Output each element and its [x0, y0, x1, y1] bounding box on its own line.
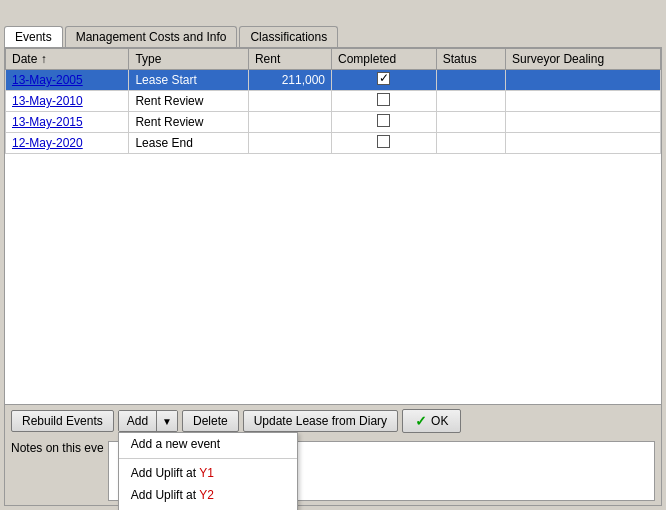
table-row[interactable]: 13-May-2010 Rent Review [6, 91, 661, 112]
cell-rent [248, 133, 331, 154]
checkbox-completed[interactable] [377, 93, 390, 106]
cell-type: Lease Start [129, 70, 248, 91]
update-lease-button[interactable]: Update Lease from Diary [243, 410, 398, 432]
col-surveyor[interactable]: Surveyor Dealing [506, 49, 661, 70]
dropdown-item-uplift-y3[interactable]: Add Uplift at Y3 [119, 506, 297, 510]
checkbox-completed[interactable] [377, 114, 390, 127]
cell-type: Lease End [129, 133, 248, 154]
main-container: Events Management Costs and Info Classif… [0, 0, 666, 510]
cell-rent: 211,000 [248, 70, 331, 91]
checkbox-completed[interactable] [377, 135, 390, 148]
tab-management-costs[interactable]: Management Costs and Info [65, 26, 238, 47]
y-highlight: Y2 [199, 488, 214, 502]
table-row[interactable]: 12-May-2020 Lease End [6, 133, 661, 154]
cell-rent [248, 91, 331, 112]
cell-status [436, 133, 505, 154]
dropdown-item-uplift-y1[interactable]: Add Uplift at Y1 [119, 462, 297, 484]
dropdown-item-new-event[interactable]: Add a new event [119, 433, 297, 455]
toolbar: Rebuild Events Add ▼ Add a new event Add… [5, 404, 661, 437]
tab-container: Events Management Costs and Info Classif… [4, 26, 662, 506]
cell-type: Rent Review [129, 112, 248, 133]
col-rent[interactable]: Rent [248, 49, 331, 70]
tab-content: Date ↑ Type Rent Completed Status Survey… [4, 47, 662, 506]
tabs: Events Management Costs and Info Classif… [4, 26, 662, 47]
cell-completed[interactable] [332, 70, 437, 91]
cell-completed[interactable] [332, 112, 437, 133]
cell-date: 13-May-2005 [6, 70, 129, 91]
dropdown-separator-1 [119, 458, 297, 459]
notes-label: Notes on this eve [11, 441, 104, 455]
col-completed[interactable]: Completed [332, 49, 437, 70]
add-dropdown-menu: Add a new event Add Uplift at Y1 Add Upl… [118, 432, 298, 510]
cell-status [436, 112, 505, 133]
events-table: Date ↑ Type Rent Completed Status Survey… [5, 48, 661, 154]
cell-status [436, 91, 505, 112]
tab-events[interactable]: Events [4, 26, 63, 47]
checkbox-completed[interactable] [377, 72, 390, 85]
cell-surveyor [506, 70, 661, 91]
col-date[interactable]: Date ↑ [6, 49, 129, 70]
dropdown-item-uplift-y2[interactable]: Add Uplift at Y2 [119, 484, 297, 506]
notes-area: Notes on this eve [5, 437, 661, 505]
cell-date: 13-May-2015 [6, 112, 129, 133]
cell-surveyor [506, 112, 661, 133]
cell-type: Rent Review [129, 91, 248, 112]
y-highlight: Y1 [199, 466, 214, 480]
ok-button[interactable]: ✓ OK [402, 409, 461, 433]
cell-date: 12-May-2020 [6, 133, 129, 154]
cell-completed[interactable] [332, 133, 437, 154]
add-button-main[interactable]: Add [119, 411, 157, 431]
col-type[interactable]: Type [129, 49, 248, 70]
cell-date: 13-May-2010 [6, 91, 129, 112]
cell-surveyor [506, 133, 661, 154]
cell-status [436, 70, 505, 91]
add-button-container: Add ▼ Add a new event Add Uplift at Y1 A… [118, 410, 178, 432]
cell-surveyor [506, 91, 661, 112]
top-bar [4, 4, 662, 24]
table-row[interactable]: 13-May-2005 Lease Start 211,000 [6, 70, 661, 91]
table-row[interactable]: 13-May-2015 Rent Review [6, 112, 661, 133]
table-area: Date ↑ Type Rent Completed Status Survey… [5, 48, 661, 404]
ok-label: OK [431, 414, 448, 428]
rebuild-events-button[interactable]: Rebuild Events [11, 410, 114, 432]
cell-completed[interactable] [332, 91, 437, 112]
delete-button[interactable]: Delete [182, 410, 239, 432]
tab-classifications[interactable]: Classifications [239, 26, 338, 47]
add-button-arrow[interactable]: ▼ [157, 411, 177, 431]
add-split-button[interactable]: Add ▼ [118, 410, 178, 432]
cell-rent [248, 112, 331, 133]
ok-check-icon: ✓ [415, 413, 427, 429]
col-status[interactable]: Status [436, 49, 505, 70]
